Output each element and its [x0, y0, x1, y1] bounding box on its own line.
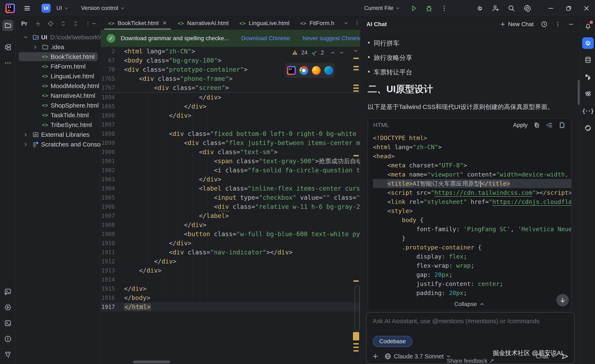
terminal-toolwindow-button[interactable] [2, 318, 14, 329]
code-line[interactable]: padding: 20px; [373, 288, 571, 297]
open-in-intellij-icon[interactable] [287, 66, 296, 75]
code-line[interactable]: 1912 </div> [101, 257, 360, 266]
project-selector[interactable]: UI [54, 3, 71, 14]
editor-vertical-scrollbar[interactable] [355, 285, 360, 331]
editor-horizontal-scrollbar[interactable] [133, 360, 170, 363]
code-line[interactable]: 1894 </div> [101, 93, 360, 102]
line-number[interactable]: 1917 [101, 302, 124, 312]
line-number[interactable]: 1911 [101, 248, 124, 257]
project-avatar[interactable]: UI [42, 4, 51, 13]
code-line[interactable]: 1900 <div class="text-sm"> [101, 148, 360, 157]
line-number[interactable]: 1914 [101, 275, 124, 284]
restore-button[interactable] [566, 5, 572, 11]
tree-item-fitform-html[interactable]: <>FitForm.html [16, 62, 101, 71]
line-number[interactable]: 70 [101, 65, 124, 74]
hide-panel-icon[interactable] [91, 21, 97, 27]
line-number[interactable]: 1912 [101, 257, 124, 266]
code-line[interactable]: 1911 <div class="nav-indicator"></div> [101, 248, 360, 257]
code-line[interactable]: body { [373, 215, 571, 225]
code-line[interactable]: 1905 <input type="checkbox" value="" cla… [101, 193, 360, 202]
code-line[interactable]: <meta charset="UTF-8"> [373, 161, 571, 170]
line-number[interactable]: 1904 [101, 184, 124, 193]
tree-item-ui[interactable]: UID:\code\webwork\UI [16, 32, 101, 42]
ai-chat-toolwindow-button[interactable] [582, 37, 594, 49]
line-number[interactable]: 1906 [101, 202, 124, 211]
editor-tab-bookticket-html[interactable]: <>BookTicket.html✕ [103, 17, 172, 30]
code-editor[interactable]: 2<html lang="zh-CN">67<body class="bg-gr… [101, 47, 360, 364]
code-line[interactable]: 1899 <div class="flex justify-between it… [101, 138, 360, 148]
stripe-collapse-icon[interactable] [353, 48, 358, 54]
vcs-toolwindow-button[interactable] [2, 349, 14, 360]
line-number[interactable]: 1905 [101, 193, 124, 202]
line-number[interactable]: 1765 [101, 74, 124, 83]
tree-item-lingualive-html[interactable]: <>LinguaLive.html [16, 71, 101, 81]
line-number[interactable]: 1897 [101, 120, 124, 129]
apply-code-button[interactable]: Apply [513, 122, 528, 128]
code-line[interactable]: <head> [373, 152, 571, 161]
line-number[interactable]: 1909 [101, 230, 124, 239]
add-icon[interactable] [35, 21, 41, 27]
options-kebab-icon[interactable] [85, 21, 91, 27]
tree-item-shopsphere-html[interactable]: <>ShopSphere.html [16, 101, 101, 110]
insert-at-caret-icon[interactable] [546, 122, 553, 129]
code-line[interactable]: <title>AI智能订火车票应用原型</title> [373, 179, 571, 188]
code-line[interactable]: 1895 </div> [101, 102, 360, 111]
inspections-widget[interactable]: 24 2 [292, 49, 344, 56]
line-number[interactable]: 1894 [101, 93, 124, 102]
plugin-b-toolwindow-button[interactable] [582, 88, 594, 100]
tree-item-scratches-and-consoles[interactable]: Scratches and Consoles [16, 139, 101, 149]
code-line[interactable]: font-family: 'PingFang SC', 'Helvetica N… [373, 225, 571, 234]
code-line[interactable]: 1915</div> [101, 284, 360, 293]
tree-item-bookticket-html[interactable]: <>BookTicket.html [16, 52, 101, 62]
code-line[interactable]: 1903 </div> [101, 175, 360, 184]
plugin-a-toolwindow-button[interactable] [582, 71, 594, 83]
code-line[interactable]: 1913 </div> [101, 266, 360, 275]
code-line[interactable]: 1914 [101, 275, 360, 284]
more-toolwindows-button[interactable] [2, 57, 14, 69]
line-number[interactable]: 67 [101, 56, 124, 65]
code-line[interactable]: <link rel="stylesheet" href="https://cdn… [373, 197, 571, 206]
line-number[interactable]: 1902 [101, 166, 124, 175]
code-line[interactable]: 1904 <label class="inline-flex items-cen… [101, 184, 360, 193]
code-line[interactable]: <style> [373, 206, 571, 215]
code-line[interactable]: gap: 20px; [373, 270, 571, 279]
code-line[interactable]: 1902 <i class="fa-solid fa-circle-questi… [101, 166, 360, 175]
tab-list-dropdown-icon[interactable] [343, 21, 349, 26]
open-in-edge-icon[interactable] [324, 66, 333, 75]
line-number[interactable]: 2 [101, 47, 124, 56]
scroll-to-bottom-button[interactable] [556, 294, 569, 306]
code-line[interactable]: 1907 </label> [101, 211, 360, 220]
tab-options-kebab-icon[interactable] [354, 20, 360, 26]
tree-item-external-libraries[interactable]: External Libraries [16, 130, 101, 139]
more-actions-button[interactable] [441, 5, 448, 12]
debug-button[interactable] [425, 5, 433, 12]
download-chinese-link[interactable]: Download Chinese [241, 35, 290, 42]
new-chat-button[interactable]: New Chat [500, 21, 534, 27]
code-line[interactable]: 1910 </div> [101, 239, 360, 248]
code-line[interactable]: 1908 </div> [101, 220, 360, 230]
editor-tab-fitform-h[interactable]: <>FitForm.h [295, 17, 340, 30]
next-problem-icon[interactable] [339, 50, 344, 55]
chat-code-content[interactable]: <!DOCTYPE html><html lang="zh-CN"><head>… [368, 132, 571, 298]
close-button[interactable] [583, 5, 590, 11]
tree-item-tasktide-html[interactable]: <>TaskTide.html [16, 110, 101, 120]
code-line[interactable]: <meta name="viewport" content="width=dev… [373, 170, 571, 179]
code-line[interactable]: 1898 <div class="fixed bottom-0 left-0 r… [101, 129, 360, 138]
line-number[interactable]: 1896 [101, 111, 124, 120]
run-configuration-selector[interactable]: Current File [362, 3, 403, 14]
locate-file-icon[interactable] [47, 20, 54, 27]
notifications-button[interactable] [582, 20, 594, 32]
code-line[interactable]: <script src="https://cdn.tailwindcss.com… [373, 188, 571, 197]
vcs-widget[interactable]: Version control [78, 3, 127, 14]
ai-assistant-titlebar-icon[interactable] [476, 4, 484, 12]
plugin-c-toolwindow-button[interactable]: {··} [582, 105, 594, 117]
close-tab-icon[interactable]: ✕ [162, 20, 167, 26]
main-menu-button[interactable] [21, 3, 33, 14]
code-line[interactable]: 1916</body> [101, 293, 360, 302]
add-user-icon[interactable] [492, 4, 500, 12]
project-toolwindow-button[interactable] [2, 20, 14, 31]
never-suggest-chinese-link[interactable]: Never suggest Chinese [302, 35, 363, 42]
line-number[interactable]: 1910 [101, 239, 124, 248]
problems-toolwindow-button[interactable] [2, 333, 14, 344]
create-file-from-code-icon[interactable] [559, 122, 566, 129]
